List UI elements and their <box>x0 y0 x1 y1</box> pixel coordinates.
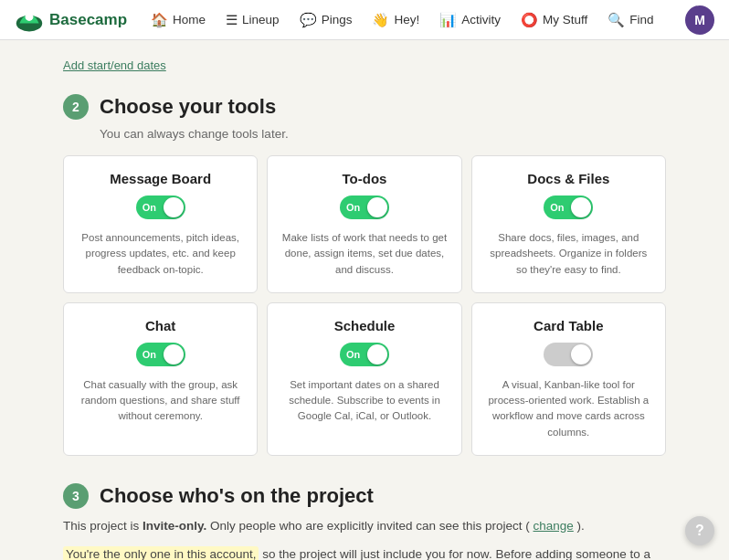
nav-label-mystuff: My Stuff <box>543 13 587 26</box>
invite-only-rest: Only people who are explicitly invited c… <box>210 519 530 533</box>
invite-only-paragraph: This project is Invite-only. Only people… <box>63 516 666 536</box>
tool-desc-card-table: A visual, Kanban-like tool for process-o… <box>485 377 652 440</box>
tool-desc-chat: Chat casually with the group, ask random… <box>77 377 244 425</box>
tool-name-schedule: Schedule <box>280 318 448 333</box>
toggle-knob-message-board <box>164 197 184 217</box>
nav-label-lineup: Lineup <box>242 13 280 26</box>
add-dates-link[interactable]: Add start/end dates <box>63 58 666 72</box>
invite-only-label: Invite-only. <box>143 519 206 533</box>
basecamp-logo-icon <box>15 5 44 35</box>
tool-desc-todos: Make lists of work that needs to get don… <box>280 230 448 278</box>
tool-card-docs-files: Docs & Files On Share docs, files, image… <box>471 155 666 293</box>
nav-item-home[interactable]: 🏠Home <box>142 7 215 33</box>
highlight-text: You're the only one in this account, <box>63 546 259 560</box>
find-icon: 🔍 <box>608 12 625 28</box>
tool-desc-message-board: Post announcements, pitch ideas, progres… <box>77 230 244 278</box>
tool-name-todos: To-dos <box>280 171 448 186</box>
nav-right: M <box>685 5 714 35</box>
toggle-knob-card-table <box>571 344 591 365</box>
toggle-label-message-board: On <box>143 202 156 213</box>
section2-header: 2 Choose your tools <box>63 94 666 120</box>
logo[interactable]: Basecamp <box>15 5 127 35</box>
toggle-label-todos: On <box>346 202 360 213</box>
tool-desc-schedule: Set important dates on a shared schedule… <box>280 377 448 425</box>
toggle-knob-todos <box>367 197 387 217</box>
change-link[interactable]: change <box>534 519 574 533</box>
toggle-label-docs-files: On <box>550 202 564 213</box>
step2-number: 2 <box>63 94 89 120</box>
user-avatar[interactable]: M <box>685 5 714 35</box>
tool-card-chat: Chat On Chat casually with the group, as… <box>63 302 258 456</box>
section2-title: Choose your tools <box>100 95 276 119</box>
toggle-label-schedule: On <box>346 349 360 360</box>
nav-label-hey: Hey! <box>394 13 419 26</box>
section3-header: 3 Choose who's on the project <box>63 483 666 509</box>
toggle-wrap-message-board: On <box>77 195 244 219</box>
invite-only-text: This project is <box>63 519 143 533</box>
help-button[interactable]: ? <box>685 516 714 545</box>
nav-label-home: Home <box>173 13 206 26</box>
nav-item-mystuff[interactable]: ⭕My Stuff <box>512 7 597 33</box>
tool-card-message-board: Message Board On Post announcements, pit… <box>63 155 258 293</box>
toggle-knob-chat <box>164 344 184 365</box>
section2-subtitle: You can always change tools later. <box>100 127 666 141</box>
activity-icon: 📊 <box>439 12 457 28</box>
nav-label-pings: Pings <box>322 13 353 26</box>
nav-item-hey[interactable]: 👋Hey! <box>363 7 428 33</box>
main-content: Add start/end dates 2 Choose your tools … <box>45 40 684 560</box>
invite-close: ). <box>577 519 585 533</box>
home-icon: 🏠 <box>151 12 168 28</box>
nav-item-find[interactable]: 🔍Find <box>598 7 662 33</box>
nav-label-activity: Activity <box>461 13 501 26</box>
toggle-docs-files[interactable]: On <box>544 195 593 219</box>
tool-card-todos: To-dos On Make lists of work that needs … <box>267 155 461 293</box>
svg-point-1 <box>26 13 34 21</box>
toggle-wrap-card-table: Off <box>485 343 652 366</box>
toggle-label-chat: On <box>143 349 156 360</box>
tools-grid: Message Board On Post announcements, pit… <box>63 155 666 456</box>
navbar: Basecamp 🏠Home☰Lineup💬Pings👋Hey!📊Activit… <box>0 0 729 40</box>
nav-item-activity[interactable]: 📊Activity <box>430 7 510 33</box>
tool-card-card-table: Card Table Off A visual, Kanban-like too… <box>471 302 666 456</box>
logo-text: Basecamp <box>49 11 127 29</box>
hey-icon: 👋 <box>372 12 389 28</box>
account-info-paragraph: You're the only one in this account, so … <box>63 544 666 560</box>
nav-item-pings[interactable]: 💬Pings <box>291 7 362 33</box>
toggle-todos[interactable]: On <box>340 195 389 219</box>
toggle-wrap-docs-files: On <box>485 195 652 219</box>
step3-number: 3 <box>63 483 89 509</box>
nav-label-find: Find <box>629 13 653 26</box>
nav-item-lineup[interactable]: ☰Lineup <box>217 7 289 33</box>
section3-title: Choose who's on the project <box>100 484 374 508</box>
section-choose-who: 3 Choose who's on the project This proje… <box>63 483 666 560</box>
tool-name-docs-files: Docs & Files <box>485 171 652 186</box>
toggle-message-board[interactable]: On <box>136 195 185 219</box>
toggle-knob-docs-files <box>571 197 591 217</box>
nav-items: 🏠Home☰Lineup💬Pings👋Hey!📊Activity⭕My Stuf… <box>142 7 681 33</box>
section-choose-tools: 2 Choose your tools You can always chang… <box>63 94 666 456</box>
mystuff-icon: ⭕ <box>521 12 538 28</box>
tool-name-message-board: Message Board <box>77 171 244 186</box>
lineup-icon: ☰ <box>226 12 238 28</box>
toggle-card-table[interactable]: Off <box>544 343 593 366</box>
tool-card-schedule: Schedule On Set important dates on a sha… <box>267 302 461 456</box>
toggle-chat[interactable]: On <box>136 343 185 366</box>
pings-icon: 💬 <box>300 12 317 28</box>
tool-desc-docs-files: Share docs, files, images, and spreadshe… <box>485 230 652 278</box>
tool-name-card-table: Card Table <box>485 318 652 333</box>
toggle-schedule[interactable]: On <box>340 343 389 366</box>
toggle-knob-schedule <box>367 344 387 365</box>
toggle-wrap-schedule: On <box>280 343 448 366</box>
tool-name-chat: Chat <box>77 318 244 333</box>
toggle-wrap-todos: On <box>280 195 448 219</box>
toggle-wrap-chat: On <box>77 343 244 366</box>
